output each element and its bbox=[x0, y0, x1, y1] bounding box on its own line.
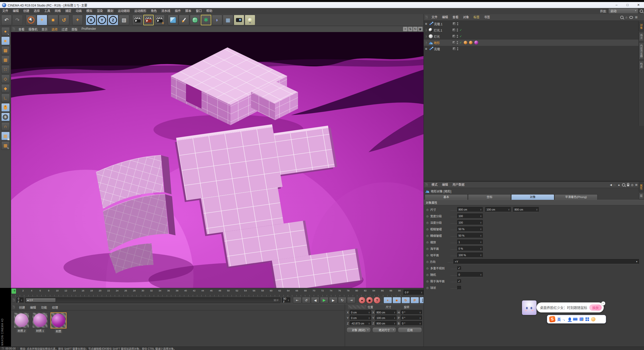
object-row-0[interactable]: ⊞克隆.1 bbox=[424, 21, 644, 27]
menu-item-16[interactable]: 脚本 bbox=[183, 8, 194, 14]
spinner-icon[interactable]: ▲▼ bbox=[392, 322, 395, 324]
workplane-mode-button[interactable]: ▦↻ bbox=[1, 141, 10, 150]
menu-item-6[interactable]: 捕捉 bbox=[63, 8, 74, 14]
render-settings-button[interactable]: ⚙ bbox=[154, 15, 165, 25]
scale-tool[interactable]: ■ bbox=[48, 15, 58, 25]
lock-y-axis-button[interactable]: Y bbox=[97, 15, 107, 25]
attribute-field[interactable]: 100▲▼ bbox=[457, 214, 483, 219]
material-menu-3[interactable]: 纹理 bbox=[50, 305, 60, 309]
make-editable-button[interactable]: ●↘ bbox=[1, 27, 10, 36]
rotation-field[interactable]: 0 °▲▼ bbox=[401, 321, 422, 326]
menu-item-17[interactable]: 窗口 bbox=[194, 8, 204, 14]
menu-item-7[interactable]: 动画 bbox=[74, 8, 84, 14]
viewport-menu-1[interactable]: 摄像机 bbox=[26, 27, 40, 31]
goto-end-button[interactable]: ⇥ bbox=[347, 297, 356, 303]
key-circle-icon[interactable]: ◎ bbox=[426, 241, 430, 244]
layer-chip-icon[interactable] bbox=[452, 47, 456, 51]
position-field[interactable]: 0 cm▲▼ bbox=[350, 315, 371, 320]
key-circle-icon[interactable]: ◎ bbox=[426, 215, 430, 218]
spinner-icon[interactable]: ▲▼ bbox=[479, 235, 482, 237]
skin-icon[interactable] bbox=[580, 317, 584, 321]
redo-button[interactable]: ↷ bbox=[12, 15, 23, 25]
target-icon[interactable]: ◎ bbox=[631, 183, 634, 187]
key-position-button[interactable]: + bbox=[384, 297, 392, 303]
coordinate-system-button[interactable]: ▧ bbox=[119, 15, 129, 25]
attribute-tab-3[interactable]: 平滑着色(Phong) bbox=[554, 194, 598, 200]
key-rotation-button[interactable]: ↻ bbox=[402, 297, 410, 303]
side-tab-3[interactable]: 构造 bbox=[639, 61, 644, 70]
render-picture-viewer-button[interactable] bbox=[143, 15, 154, 25]
spinner-icon[interactable]: ▲▼ bbox=[418, 322, 421, 324]
viewport-menu-3[interactable]: 选项 bbox=[50, 27, 60, 31]
model-mode-button[interactable]: ■ bbox=[1, 37, 10, 45]
key-circle-icon[interactable]: ◎ bbox=[426, 260, 430, 263]
attribute-field[interactable]: 100 cm▲▼ bbox=[485, 207, 511, 212]
interface-dropdown[interactable]: 启动 bbox=[608, 8, 638, 14]
om-menu-3[interactable]: 对象 bbox=[461, 14, 471, 20]
viewport-3d-canvas[interactable] bbox=[11, 32, 424, 288]
material-tag-icon[interactable] bbox=[474, 41, 478, 45]
end-frame-field[interactable]: 90 F▲▼ bbox=[282, 297, 290, 303]
add-panel-icon[interactable]: ⊞ bbox=[635, 16, 638, 19]
viewport-menu-0[interactable]: 查看 bbox=[16, 27, 26, 31]
attr-menu-1[interactable]: 编辑 bbox=[440, 182, 450, 188]
spinner-icon[interactable]: ▲▼ bbox=[392, 317, 395, 319]
menu-item-11[interactable]: 运动跟踪 bbox=[116, 8, 132, 14]
key-circle-icon[interactable]: ◎ bbox=[426, 286, 430, 289]
position-field[interactable]: -42.873 cm▲▼ bbox=[350, 321, 371, 326]
toggle-view-icon[interactable]: ▣ bbox=[418, 27, 422, 31]
emoji-icon[interactable] bbox=[591, 317, 596, 321]
sogou-logo-icon[interactable]: S bbox=[549, 316, 556, 322]
attribute-field[interactable]: 100 %▲▼ bbox=[457, 253, 483, 258]
spinner-icon[interactable]: ▲▼ bbox=[479, 222, 482, 224]
om-menu-4[interactable]: 标签 bbox=[471, 14, 482, 20]
material-menu-2[interactable]: 功能 bbox=[38, 305, 50, 309]
enable-axis-button[interactable]: ∟ bbox=[1, 94, 10, 102]
maximize-button[interactable]: □ bbox=[622, 2, 633, 8]
attribute-field[interactable]: 800 cm▲▼ bbox=[513, 207, 539, 212]
toolbox-icon[interactable] bbox=[586, 317, 589, 321]
rotate-view-icon[interactable]: ↻ bbox=[413, 27, 418, 31]
light-button[interactable] bbox=[245, 15, 255, 25]
enabled-check-icon[interactable]: ✓ bbox=[460, 28, 462, 32]
material-menu-0[interactable]: 创建 bbox=[16, 305, 28, 309]
last-used-tool[interactable]: + bbox=[72, 15, 83, 25]
layer-chip-icon[interactable] bbox=[452, 22, 456, 26]
menu-item-10[interactable]: 雕刻 bbox=[105, 8, 116, 14]
object-row-2[interactable]: ├灯光✓ bbox=[424, 33, 644, 40]
position-field[interactable]: 0 cm▲▼ bbox=[350, 310, 371, 315]
panel-grip[interactable] bbox=[348, 305, 366, 309]
expand-icon[interactable]: ⊞ bbox=[425, 47, 428, 50]
spinner-icon[interactable]: ▲▼ bbox=[418, 311, 421, 313]
render-view-button[interactable] bbox=[132, 15, 143, 25]
material-swatch-0[interactable]: 材质.2 bbox=[14, 312, 30, 333]
side-tab-0[interactable]: 对象 bbox=[639, 22, 644, 31]
pet-avatar[interactable] bbox=[522, 300, 536, 315]
spinner-icon[interactable]: ▲▼ bbox=[479, 241, 482, 243]
popup-close-icon[interactable]: × bbox=[601, 301, 605, 305]
search-icon[interactable] bbox=[620, 16, 624, 19]
viewport-menu-4[interactable]: 过滤 bbox=[60, 27, 70, 31]
move-tool[interactable]: + bbox=[37, 15, 47, 25]
undo-button[interactable]: ↶ bbox=[1, 15, 12, 25]
menu-item-18[interactable]: 帮助 bbox=[204, 8, 214, 14]
polygon-mode-button[interactable]: ◆ bbox=[1, 84, 10, 93]
layer-chip-icon[interactable] bbox=[452, 35, 456, 38]
spinner-icon[interactable]: ▲▼ bbox=[418, 317, 421, 319]
uv-mesh-button[interactable]: ▦ bbox=[1, 56, 10, 64]
spinner-icon[interactable]: ▲▼ bbox=[535, 209, 538, 211]
spline-pen-button[interactable] bbox=[179, 15, 189, 25]
key-circle-icon[interactable]: ◎ bbox=[426, 208, 430, 211]
menu-item-15[interactable]: 插件 bbox=[172, 8, 183, 14]
spinner-icon[interactable]: ▲▼ bbox=[507, 209, 510, 211]
om-menu-2[interactable]: 查看 bbox=[450, 14, 461, 20]
object-row-1[interactable]: ├灯光.1✓ bbox=[424, 27, 644, 33]
menu-item-12[interactable]: 运动图形 bbox=[132, 8, 148, 14]
tweak-mode-button[interactable] bbox=[1, 103, 10, 112]
attribute-tab-1[interactable]: 坐标 bbox=[468, 194, 511, 200]
key-circle-icon[interactable]: ◎ bbox=[426, 228, 430, 231]
key-circle-icon[interactable]: ◎ bbox=[426, 234, 430, 237]
enabled-check-icon[interactable]: ✓ bbox=[460, 35, 462, 38]
panel-grip[interactable] bbox=[12, 298, 15, 302]
zoom-view-icon[interactable]: ⇅ bbox=[408, 27, 412, 31]
